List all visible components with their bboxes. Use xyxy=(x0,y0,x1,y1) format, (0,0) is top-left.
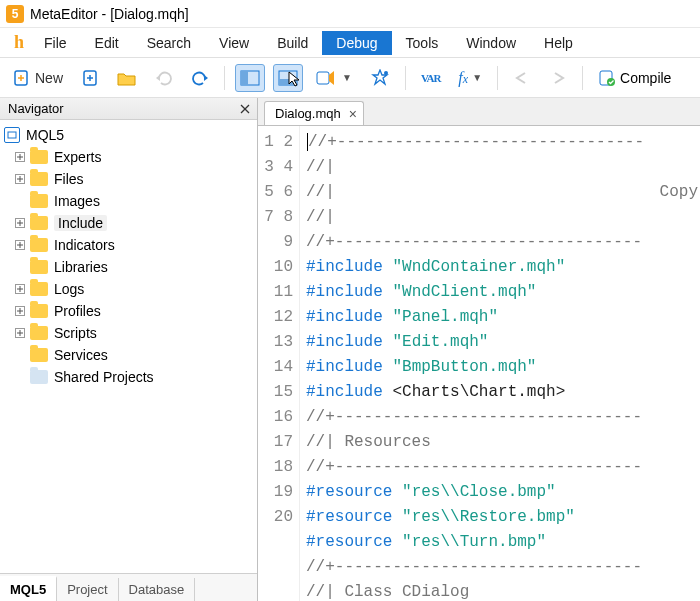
expand-icon[interactable] xyxy=(12,237,28,253)
menu-search[interactable]: Search xyxy=(133,31,205,55)
folder-icon xyxy=(30,194,48,208)
window-title: MetaEditor - [Dialog.mqh] xyxy=(30,6,189,22)
svg-rect-16 xyxy=(8,132,16,138)
toolbar-separator xyxy=(582,66,583,90)
svg-point-11 xyxy=(384,71,388,75)
toolbar-separator xyxy=(405,66,406,90)
navigator-tree[interactable]: MQL5 ExpertsFilesImagesIncludeIndicators… xyxy=(0,120,257,573)
close-tab-icon[interactable]: × xyxy=(349,107,357,121)
nav-forward-button[interactable] xyxy=(544,64,572,92)
expand-icon[interactable] xyxy=(12,171,28,187)
toolbar-separator xyxy=(497,66,498,90)
tree-spacer xyxy=(12,259,28,275)
tree-item-label: Logs xyxy=(54,281,84,297)
tree-item-label: Images xyxy=(54,193,100,209)
tree-item-profiles[interactable]: Profiles xyxy=(0,300,257,322)
tree-item-images[interactable]: Images xyxy=(0,190,257,212)
mql5-icon xyxy=(4,127,20,143)
toolbar-separator xyxy=(224,66,225,90)
menu-debug[interactable]: Debug xyxy=(322,31,391,55)
intellisense-button[interactable]: ▼ xyxy=(311,64,357,92)
show-toolbox-button[interactable] xyxy=(273,64,303,92)
tree-spacer xyxy=(12,193,28,209)
nav-tab-project[interactable]: Project xyxy=(57,578,118,601)
tree-item-files[interactable]: Files xyxy=(0,168,257,190)
folder-icon xyxy=(30,348,48,362)
folder-icon xyxy=(30,238,48,252)
new-blank-button[interactable] xyxy=(76,64,104,92)
svg-point-13 xyxy=(607,78,615,86)
tree-item-label: Experts xyxy=(54,149,101,165)
tree-item-scripts[interactable]: Scripts xyxy=(0,322,257,344)
tree-item-experts[interactable]: Experts xyxy=(0,146,257,168)
navigator-panel: Navigator MQL5 ExpertsFilesImagesInclude… xyxy=(0,98,258,601)
tree-item-label: Shared Projects xyxy=(54,369,154,385)
tree-item-indicators[interactable]: Indicators xyxy=(0,234,257,256)
tree-item-libraries[interactable]: Libraries xyxy=(0,256,257,278)
show-navigator-button[interactable] xyxy=(235,64,265,92)
file-tab-bar: Dialog.mqh × xyxy=(258,98,700,126)
menu-view[interactable]: View xyxy=(205,31,263,55)
variables-button[interactable]: VAR xyxy=(416,64,445,92)
tree-item-logs[interactable]: Logs xyxy=(0,278,257,300)
expand-icon[interactable] xyxy=(12,325,28,341)
file-tab[interactable]: Dialog.mqh × xyxy=(264,101,364,125)
navigator-tabs: MQL5ProjectDatabase xyxy=(0,573,257,601)
expand-icon[interactable] xyxy=(12,215,28,231)
tree-item-include[interactable]: Include xyxy=(0,212,257,234)
compile-button-label: Compile xyxy=(620,70,671,86)
tree-item-label: Include xyxy=(54,215,107,231)
tree-item-shared-projects[interactable]: Shared Projects xyxy=(0,366,257,388)
menu-build[interactable]: Build xyxy=(263,31,322,55)
expand-icon[interactable] xyxy=(12,281,28,297)
menu-help[interactable]: Help xyxy=(530,31,587,55)
tree-item-services[interactable]: Services xyxy=(0,344,257,366)
file-tab-label: Dialog.mqh xyxy=(275,106,341,121)
navigator-header: Navigator xyxy=(0,98,257,120)
menu-edit[interactable]: Edit xyxy=(81,31,133,55)
new-button-label: New xyxy=(35,70,63,86)
folder-icon xyxy=(30,216,48,230)
compile-button[interactable]: Compile xyxy=(593,64,676,92)
ai-assist-button[interactable] xyxy=(365,64,395,92)
folder-icon xyxy=(30,370,48,384)
menu-bar: h FileEditSearchViewBuildDebugToolsWindo… xyxy=(0,28,700,58)
navigator-title: Navigator xyxy=(8,101,64,116)
nav-tab-mql5[interactable]: MQL5 xyxy=(0,576,57,601)
toolbar: New ▼ VAR fx ▼ Compile xyxy=(0,58,700,98)
tree-root[interactable]: MQL5 xyxy=(0,124,257,146)
tree-root-label: MQL5 xyxy=(26,127,64,143)
code-lines[interactable]: //+-------------------------------- //| … xyxy=(300,126,700,601)
folder-icon xyxy=(30,260,48,274)
new-button[interactable]: New xyxy=(8,64,68,92)
tree-item-label: Scripts xyxy=(54,325,97,341)
expand-icon[interactable] xyxy=(12,149,28,165)
menu-file[interactable]: File xyxy=(30,31,81,55)
folder-icon xyxy=(30,172,48,186)
nav-tab-database[interactable]: Database xyxy=(119,578,196,601)
folder-icon xyxy=(30,326,48,340)
body-split: Navigator MQL5 ExpertsFilesImagesInclude… xyxy=(0,98,700,601)
menu-tools[interactable]: Tools xyxy=(392,31,453,55)
folder-icon xyxy=(30,304,48,318)
tree-item-label: Profiles xyxy=(54,303,101,319)
expand-icon[interactable] xyxy=(12,303,28,319)
tree-item-label: Files xyxy=(54,171,84,187)
open-button[interactable] xyxy=(112,64,142,92)
tree-spacer xyxy=(12,347,28,363)
title-bar: 5 MetaEditor - [Dialog.mqh] xyxy=(0,0,700,28)
folder-icon xyxy=(30,282,48,296)
nav-back-button[interactable] xyxy=(508,64,536,92)
cursor-icon xyxy=(288,71,304,87)
folder-icon xyxy=(30,150,48,164)
code-editor[interactable]: 1 2 3 4 5 6 7 8 9 10 11 12 13 14 15 16 1… xyxy=(258,126,700,601)
editor-area: Dialog.mqh × 1 2 3 4 5 6 7 8 9 10 11 12 … xyxy=(258,98,700,601)
app-icon: 5 xyxy=(6,5,24,23)
menu-window[interactable]: Window xyxy=(452,31,530,55)
navigator-close-icon[interactable] xyxy=(237,101,253,117)
tree-item-label: Indicators xyxy=(54,237,115,253)
functions-button[interactable]: fx ▼ xyxy=(453,64,487,92)
redo-button[interactable] xyxy=(186,64,214,92)
undo-button[interactable] xyxy=(150,64,178,92)
tree-spacer xyxy=(12,369,28,385)
